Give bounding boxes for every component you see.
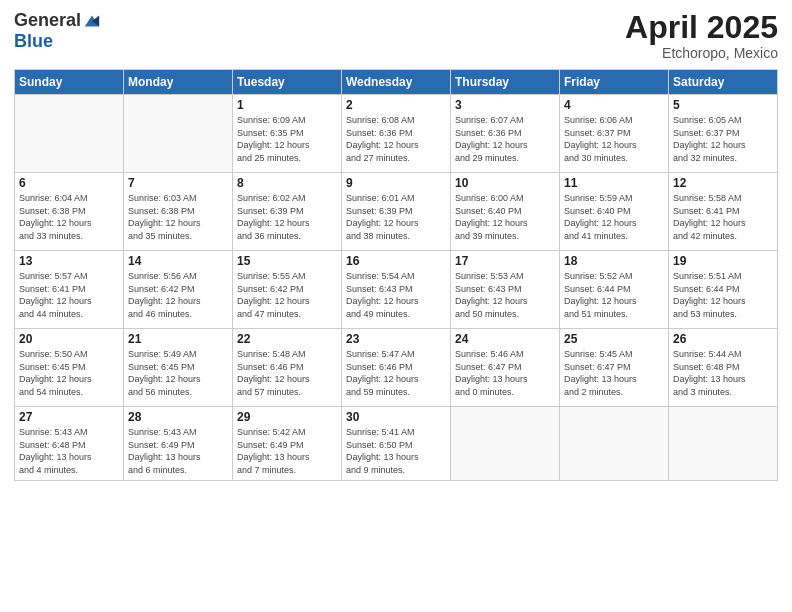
calendar-cell (15, 95, 124, 173)
day-info: Sunrise: 5:50 AM Sunset: 6:45 PM Dayligh… (19, 348, 119, 398)
calendar-cell: 27Sunrise: 5:43 AM Sunset: 6:48 PM Dayli… (15, 407, 124, 480)
day-number: 6 (19, 176, 119, 190)
calendar-cell: 12Sunrise: 5:58 AM Sunset: 6:41 PM Dayli… (669, 173, 778, 251)
header-saturday: Saturday (669, 70, 778, 95)
day-info: Sunrise: 5:56 AM Sunset: 6:42 PM Dayligh… (128, 270, 228, 320)
day-info: Sunrise: 5:41 AM Sunset: 6:50 PM Dayligh… (346, 426, 446, 476)
day-number: 8 (237, 176, 337, 190)
day-number: 27 (19, 410, 119, 424)
day-info: Sunrise: 5:42 AM Sunset: 6:49 PM Dayligh… (237, 426, 337, 476)
day-number: 25 (564, 332, 664, 346)
calendar-cell: 24Sunrise: 5:46 AM Sunset: 6:47 PM Dayli… (451, 329, 560, 407)
calendar-cell: 25Sunrise: 5:45 AM Sunset: 6:47 PM Dayli… (560, 329, 669, 407)
day-number: 7 (128, 176, 228, 190)
calendar-cell: 11Sunrise: 5:59 AM Sunset: 6:40 PM Dayli… (560, 173, 669, 251)
day-info: Sunrise: 6:02 AM Sunset: 6:39 PM Dayligh… (237, 192, 337, 242)
calendar-cell: 2Sunrise: 6:08 AM Sunset: 6:36 PM Daylig… (342, 95, 451, 173)
header-friday: Friday (560, 70, 669, 95)
day-number: 3 (455, 98, 555, 112)
day-info: Sunrise: 5:59 AM Sunset: 6:40 PM Dayligh… (564, 192, 664, 242)
day-number: 21 (128, 332, 228, 346)
day-info: Sunrise: 5:48 AM Sunset: 6:46 PM Dayligh… (237, 348, 337, 398)
calendar-cell: 5Sunrise: 6:05 AM Sunset: 6:37 PM Daylig… (669, 95, 778, 173)
calendar-cell: 6Sunrise: 6:04 AM Sunset: 6:38 PM Daylig… (15, 173, 124, 251)
day-info: Sunrise: 6:08 AM Sunset: 6:36 PM Dayligh… (346, 114, 446, 164)
day-info: Sunrise: 6:04 AM Sunset: 6:38 PM Dayligh… (19, 192, 119, 242)
calendar-week-2: 6Sunrise: 6:04 AM Sunset: 6:38 PM Daylig… (15, 173, 778, 251)
day-info: Sunrise: 5:51 AM Sunset: 6:44 PM Dayligh… (673, 270, 773, 320)
day-info: Sunrise: 6:00 AM Sunset: 6:40 PM Dayligh… (455, 192, 555, 242)
day-number: 14 (128, 254, 228, 268)
day-number: 23 (346, 332, 446, 346)
calendar-cell: 16Sunrise: 5:54 AM Sunset: 6:43 PM Dayli… (342, 251, 451, 329)
calendar-cell (451, 407, 560, 480)
day-number: 24 (455, 332, 555, 346)
calendar-cell: 20Sunrise: 5:50 AM Sunset: 6:45 PM Dayli… (15, 329, 124, 407)
day-number: 17 (455, 254, 555, 268)
day-info: Sunrise: 5:55 AM Sunset: 6:42 PM Dayligh… (237, 270, 337, 320)
calendar-cell: 13Sunrise: 5:57 AM Sunset: 6:41 PM Dayli… (15, 251, 124, 329)
day-info: Sunrise: 5:58 AM Sunset: 6:41 PM Dayligh… (673, 192, 773, 242)
day-number: 12 (673, 176, 773, 190)
calendar-cell: 10Sunrise: 6:00 AM Sunset: 6:40 PM Dayli… (451, 173, 560, 251)
header-wednesday: Wednesday (342, 70, 451, 95)
calendar-cell: 8Sunrise: 6:02 AM Sunset: 6:39 PM Daylig… (233, 173, 342, 251)
logo-general-text: General (14, 10, 81, 31)
calendar-week-1: 1Sunrise: 6:09 AM Sunset: 6:35 PM Daylig… (15, 95, 778, 173)
calendar-cell: 21Sunrise: 5:49 AM Sunset: 6:45 PM Dayli… (124, 329, 233, 407)
day-info: Sunrise: 6:09 AM Sunset: 6:35 PM Dayligh… (237, 114, 337, 164)
calendar-cell (669, 407, 778, 480)
calendar-cell: 4Sunrise: 6:06 AM Sunset: 6:37 PM Daylig… (560, 95, 669, 173)
day-number: 26 (673, 332, 773, 346)
calendar-cell: 7Sunrise: 6:03 AM Sunset: 6:38 PM Daylig… (124, 173, 233, 251)
calendar-cell: 23Sunrise: 5:47 AM Sunset: 6:46 PM Dayli… (342, 329, 451, 407)
day-number: 2 (346, 98, 446, 112)
day-info: Sunrise: 5:52 AM Sunset: 6:44 PM Dayligh… (564, 270, 664, 320)
day-number: 20 (19, 332, 119, 346)
day-number: 22 (237, 332, 337, 346)
calendar-cell: 14Sunrise: 5:56 AM Sunset: 6:42 PM Dayli… (124, 251, 233, 329)
day-number: 10 (455, 176, 555, 190)
header-sunday: Sunday (15, 70, 124, 95)
month-title: April 2025 (625, 10, 778, 45)
calendar-week-3: 13Sunrise: 5:57 AM Sunset: 6:41 PM Dayli… (15, 251, 778, 329)
calendar-cell: 30Sunrise: 5:41 AM Sunset: 6:50 PM Dayli… (342, 407, 451, 480)
calendar-cell: 29Sunrise: 5:42 AM Sunset: 6:49 PM Dayli… (233, 407, 342, 480)
day-number: 15 (237, 254, 337, 268)
calendar-week-5: 27Sunrise: 5:43 AM Sunset: 6:48 PM Dayli… (15, 407, 778, 480)
calendar-cell: 17Sunrise: 5:53 AM Sunset: 6:43 PM Dayli… (451, 251, 560, 329)
day-info: Sunrise: 5:43 AM Sunset: 6:49 PM Dayligh… (128, 426, 228, 476)
calendar-cell: 3Sunrise: 6:07 AM Sunset: 6:36 PM Daylig… (451, 95, 560, 173)
day-info: Sunrise: 5:49 AM Sunset: 6:45 PM Dayligh… (128, 348, 228, 398)
day-number: 16 (346, 254, 446, 268)
day-info: Sunrise: 6:06 AM Sunset: 6:37 PM Dayligh… (564, 114, 664, 164)
day-info: Sunrise: 6:01 AM Sunset: 6:39 PM Dayligh… (346, 192, 446, 242)
calendar-header-row: Sunday Monday Tuesday Wednesday Thursday… (15, 70, 778, 95)
day-number: 13 (19, 254, 119, 268)
day-number: 28 (128, 410, 228, 424)
day-number: 4 (564, 98, 664, 112)
day-number: 11 (564, 176, 664, 190)
day-number: 1 (237, 98, 337, 112)
day-info: Sunrise: 5:53 AM Sunset: 6:43 PM Dayligh… (455, 270, 555, 320)
day-info: Sunrise: 5:46 AM Sunset: 6:47 PM Dayligh… (455, 348, 555, 398)
calendar-cell: 19Sunrise: 5:51 AM Sunset: 6:44 PM Dayli… (669, 251, 778, 329)
calendar-cell: 1Sunrise: 6:09 AM Sunset: 6:35 PM Daylig… (233, 95, 342, 173)
day-info: Sunrise: 6:05 AM Sunset: 6:37 PM Dayligh… (673, 114, 773, 164)
day-number: 29 (237, 410, 337, 424)
title-block: April 2025 Etchoropo, Mexico (625, 10, 778, 61)
header-monday: Monday (124, 70, 233, 95)
calendar-week-4: 20Sunrise: 5:50 AM Sunset: 6:45 PM Dayli… (15, 329, 778, 407)
day-info: Sunrise: 5:47 AM Sunset: 6:46 PM Dayligh… (346, 348, 446, 398)
logo-blue-text: Blue (14, 31, 53, 52)
header-thursday: Thursday (451, 70, 560, 95)
calendar-cell: 18Sunrise: 5:52 AM Sunset: 6:44 PM Dayli… (560, 251, 669, 329)
day-number: 9 (346, 176, 446, 190)
day-info: Sunrise: 6:07 AM Sunset: 6:36 PM Dayligh… (455, 114, 555, 164)
page-container: General Blue April 2025 Etchoropo, Mexic… (0, 0, 792, 612)
header-tuesday: Tuesday (233, 70, 342, 95)
day-info: Sunrise: 5:44 AM Sunset: 6:48 PM Dayligh… (673, 348, 773, 398)
location: Etchoropo, Mexico (625, 45, 778, 61)
calendar-cell (560, 407, 669, 480)
day-info: Sunrise: 6:03 AM Sunset: 6:38 PM Dayligh… (128, 192, 228, 242)
